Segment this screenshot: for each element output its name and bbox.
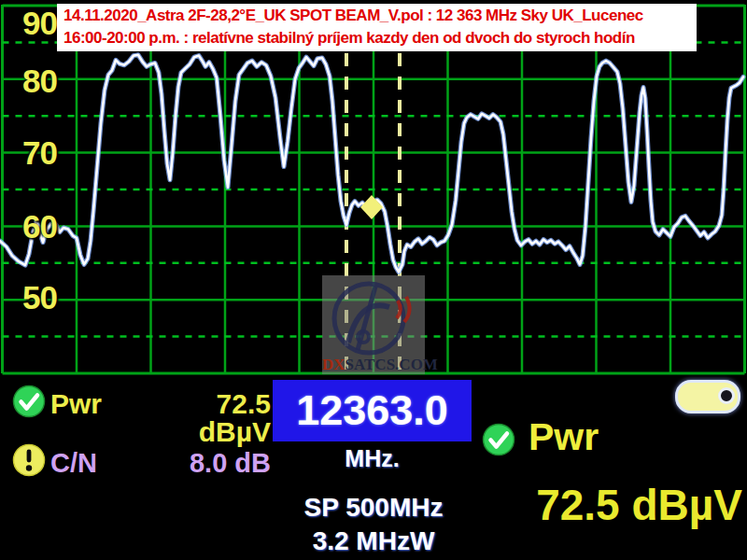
cn-value: 8.0 dB (138, 450, 271, 477)
banner-line2: 16:00-20:00 p.m. : relatívne stabilný pr… (63, 27, 692, 49)
cn-label: C/N (50, 450, 97, 477)
frequency-field[interactable]: 12363.0 (273, 380, 472, 441)
sat-meter-screen: DXSATCS.COM 90 80 70 60 50 14.11.2020_As… (0, 0, 747, 560)
frequency-unit-label: MHz. (273, 445, 472, 472)
battery-icon (675, 380, 740, 413)
dxsatcs-watermark: DXSATCS.COM (322, 275, 425, 374)
watermark-text: DXSATCS.COM (322, 357, 425, 373)
frequency-value: 12363.0 (296, 386, 448, 435)
banner-line1: 14.11.2020_Astra 2F-28,2°E_UK SPOT BEAM_… (63, 5, 692, 27)
annotation-banner: 14.11.2020_Astra 2F-28,2°E_UK SPOT BEAM_… (57, 4, 697, 51)
big-pwr-ok-check-icon (482, 423, 515, 456)
y-axis-label-90: 90 (22, 7, 57, 39)
big-pwr-value: 72.5 dBµV (448, 483, 742, 526)
cn-warning-icon (12, 443, 46, 477)
spectrum-plot: DXSATCS.COM 90 80 70 60 50 14.11.2020_As… (0, 0, 747, 376)
y-axis-label-80: 80 (22, 64, 57, 97)
big-pwr-label: Pwr (529, 418, 599, 456)
readout-panel: Pwr 72.5 dBµV C/N 8.0 dB 12363.0 MHz. SP… (0, 376, 747, 560)
pwr-ok-check-icon (12, 385, 46, 418)
y-axis-label-50: 50 (22, 281, 57, 314)
y-axis-label-70: 70 (22, 136, 57, 169)
satellite-dish-logo-icon (322, 275, 425, 356)
rbw-label: 3.2 MHzW (261, 526, 486, 556)
y-axis-label-60: 60 (22, 210, 57, 243)
pwr-label: Pwr (50, 390, 102, 418)
pwr-value: 72.5 dBµV (138, 390, 271, 446)
